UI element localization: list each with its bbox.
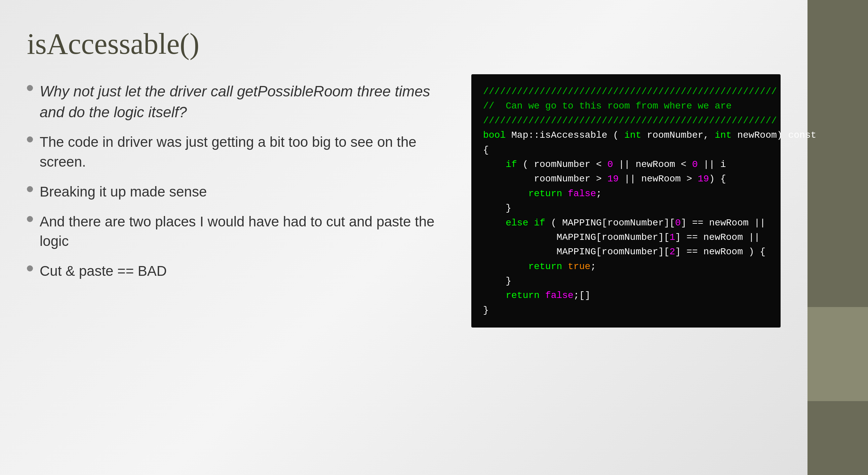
bullet-dot xyxy=(27,136,33,142)
bullet-dot xyxy=(27,265,33,271)
bullet-dot xyxy=(27,186,33,192)
content-area: Why not just let the driver call getPoss… xyxy=(27,81,781,455)
list-item: Why not just let the driver call getPoss… xyxy=(27,81,451,122)
bullet-dot xyxy=(27,216,33,222)
sidebar-block-bottom xyxy=(807,401,868,475)
right-sidebar xyxy=(807,0,868,475)
bullet-text: The code in driver was just getting a bi… xyxy=(40,132,451,172)
bullet-text: Breaking it up made sense xyxy=(40,182,451,202)
bullet-text: And there are two places I would have ha… xyxy=(40,212,451,251)
list-item: And there are two places I would have ha… xyxy=(27,212,451,251)
list-item: The code in driver was just getting a bi… xyxy=(27,132,451,172)
code-panel: ////////////////////////////////////////… xyxy=(471,74,781,328)
bullet-text: Why not just let the driver call getPoss… xyxy=(40,81,451,122)
list-item: Breaking it up made sense xyxy=(27,182,451,202)
bullet-dot xyxy=(27,85,33,91)
sidebar-block-middle xyxy=(807,307,868,401)
sidebar-block-top xyxy=(807,0,868,307)
left-content: Why not just let the driver call getPoss… xyxy=(27,81,451,455)
bullet-list: Why not just let the driver call getPoss… xyxy=(27,81,451,281)
slide-area: isAccessable() Why not just let the driv… xyxy=(0,0,807,475)
list-item: Cut & paste == BAD xyxy=(27,261,451,281)
bullet-text: Cut & paste == BAD xyxy=(40,261,451,281)
slide-title: isAccessable() xyxy=(27,27,781,61)
code-content: ////////////////////////////////////////… xyxy=(483,84,769,317)
